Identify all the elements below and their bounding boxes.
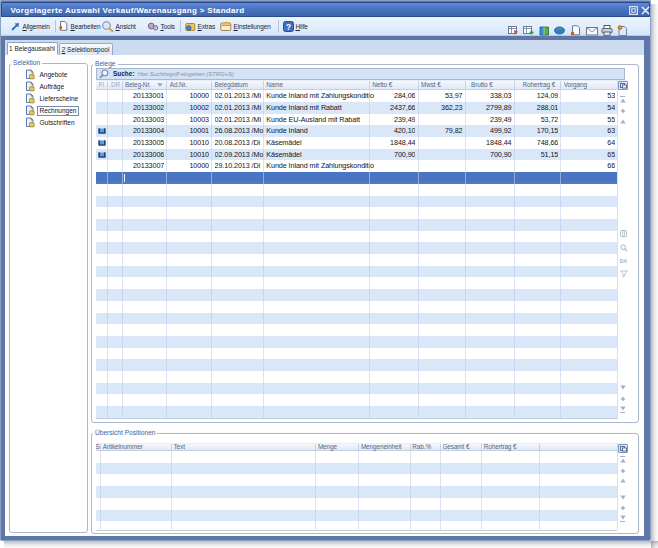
svg-text:?: ? bbox=[286, 21, 291, 31]
